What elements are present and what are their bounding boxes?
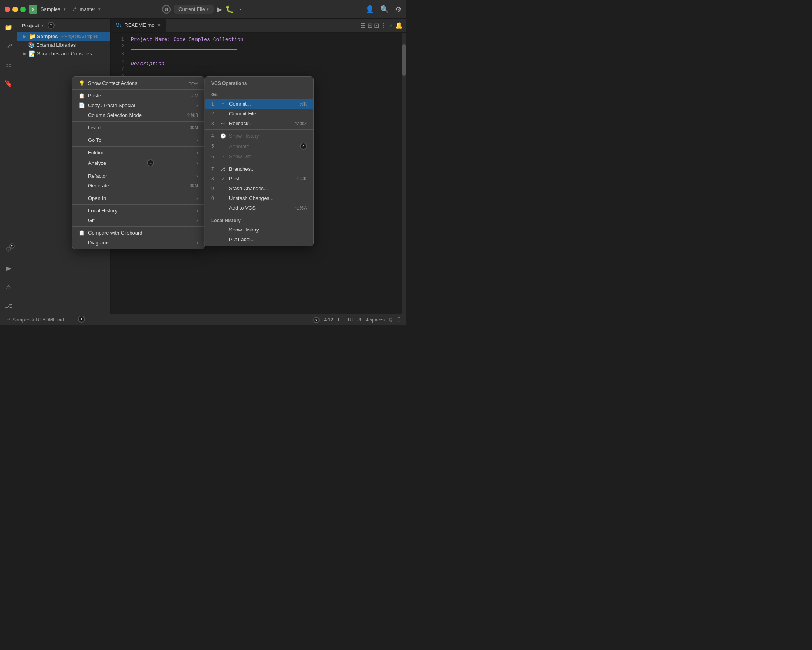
menu-item-column-selection[interactable]: Column Selection Mode ⇧⌘8 (72, 110, 204, 120)
menu-item-local-history[interactable]: Local History › (72, 206, 204, 215)
sidebar-item-git[interactable]: ⎇ (3, 41, 14, 51)
compare-icon: 📋 (79, 230, 85, 236)
editor-view-toggle[interactable]: ☰ (360, 22, 366, 29)
vcs-item-commit-file[interactable]: 2 ↑ Commit File... (205, 109, 313, 118)
vcs-item-show-local-history[interactable]: Show History... (205, 225, 313, 235)
editor-area: M↓ README.md ✕ ☰ ⊟ ⊡ ⋮ ✓ 🔔 1 2 3 4 (111, 19, 406, 314)
vcs-item-unstash[interactable]: 0 Unstash Changes... (205, 193, 313, 203)
tab-bar-actions: ☰ ⊟ ⊡ ⋮ ✓ 🔔 (360, 22, 406, 29)
sidebar-item-more[interactable]: ··· (3, 97, 14, 108)
sidebar-icons: 📁 ⎇ ⚏ 🔖 ··· ⚙ 7 ▶ ⚠ ⎇ (0, 19, 17, 314)
breadcrumb: Samples > README.md (12, 317, 64, 323)
code-line-4: Description (131, 60, 397, 68)
menu-item-folding[interactable]: Folding › (72, 148, 204, 157)
copy-path-icon[interactable]: ⎘ (389, 317, 392, 323)
bell-icon[interactable]: 🔔 (395, 22, 403, 29)
vcs-item-push[interactable]: 8 ↗ Push... ⇧⌘K (205, 174, 313, 184)
close-button[interactable] (5, 7, 10, 12)
menu-item-copy-paste-special[interactable]: 📄 Copy / Paste Special › (72, 101, 204, 110)
menu-item-compare-clipboard[interactable]: 📋 Compare with Clipboard (72, 228, 204, 238)
vcs-item-stash[interactable]: 9 Stash Changes... (205, 184, 313, 193)
maximize-button[interactable] (20, 7, 26, 12)
search-icon[interactable]: 🔍 (380, 5, 389, 14)
vcs-item-commit[interactable]: 1 ↑ Commit... ⌘K (205, 99, 313, 109)
menu-item-analyze[interactable]: Analyze 5 › (72, 157, 204, 168)
menu-item-insert[interactable]: Insert... ⌘N (72, 123, 204, 132)
more-icon[interactable]: ⋮ (237, 5, 244, 14)
history-icon: 🕐 (220, 133, 226, 139)
commit-icon: ↑ (220, 101, 226, 107)
rollback-icon: ↩ (220, 121, 226, 126)
menu-separator-7 (72, 204, 204, 205)
project-name[interactable]: Samples (41, 6, 60, 12)
menu-item-generate[interactable]: Generate... ⌘N (72, 181, 204, 191)
editor-options[interactable]: ⋮ (381, 22, 387, 29)
branch-name[interactable]: master (80, 6, 95, 12)
editor-more[interactable]: ⊡ (374, 22, 379, 29)
checkmark-icon: ✓ (388, 22, 394, 29)
menu-item-git[interactable]: Git › (72, 215, 204, 225)
sidebar-item-problems[interactable]: ⚠ (3, 281, 14, 292)
menu-separator-3 (72, 134, 204, 134)
line-ending[interactable]: LF (338, 317, 343, 323)
context-menu: 💡 Show Context Actions ⌥↩ 📋 Paste ⌘V 📄 C… (72, 76, 205, 249)
tab-close-button[interactable]: ✕ (157, 23, 161, 28)
titlebar-center: 8 Current File ▾ ▶ 🐛 ⋮ (162, 5, 244, 14)
commit-file-icon: ↑ (220, 111, 226, 117)
status-bar-right: 6 4:12 LF UTF-8 4 spaces ⎘ ⓘ (313, 316, 401, 323)
vcs-item-add-to-vcs[interactable]: Add to VCS ⌥⌘A (205, 203, 313, 213)
menu-item-refactor[interactable]: Refactor › (72, 171, 204, 181)
push-icon: ↗ (220, 176, 226, 182)
menu-item-paste[interactable]: 📋 Paste ⌘V (72, 91, 204, 101)
info-icon[interactable]: ⓘ (397, 316, 401, 323)
tab-bar: M↓ README.md ✕ ☰ ⊟ ⊡ ⋮ ✓ 🔔 (111, 19, 406, 33)
code-line-3 (131, 52, 397, 60)
sidebar-item-run[interactable]: ▶ (3, 263, 14, 274)
tree-item-libraries[interactable]: 📚 External Libraries (17, 41, 110, 49)
tree-item-samples[interactable]: ▶ 📁 Samples ~/Projects/Samples (17, 32, 110, 41)
run-icon[interactable]: ▶ (217, 5, 222, 14)
tree-item-scratches[interactable]: ▶ 📝 Scratches and Consoles (17, 49, 110, 58)
indent[interactable]: 4 spaces (366, 317, 385, 323)
menu-item-show-context-actions[interactable]: 💡 Show Context Actions ⌥↩ (72, 78, 204, 88)
vcs-menu-title: VCS Operations (205, 78, 313, 88)
run-controls[interactable]: Current File ▾ (174, 5, 214, 14)
traffic-lights[interactable] (5, 7, 26, 12)
debug-icon[interactable]: 🐛 (225, 5, 234, 14)
vcs-item-put-label[interactable]: Put Label... (205, 235, 313, 244)
encoding[interactable]: UTF-8 (348, 317, 361, 323)
menu-item-diagrams[interactable]: Diagrams › (72, 238, 204, 247)
vcs-item-annotate: 5 Annotate 4 (205, 141, 313, 152)
sidebar-item-project[interactable]: 📁 (3, 22, 14, 33)
editor-split[interactable]: ⊟ (367, 22, 372, 29)
paste-icon: 📋 (79, 93, 85, 99)
vcs-git-section: Git (205, 90, 313, 99)
vcs-item-show-history: 4 🕐 Show History (205, 131, 313, 141)
status-bar: ⎇ Samples > README.md 6 4:12 LF UTF-8 4 … (0, 314, 406, 325)
vcs-separator-2 (205, 162, 313, 163)
tab-readme[interactable]: M↓ README.md ✕ (111, 19, 166, 32)
code-line-2: =================================== (131, 44, 397, 52)
badge-4: 4 (300, 143, 307, 150)
cursor-position[interactable]: 4:12 (324, 317, 333, 323)
file-tree-header: Project ▾ 2 (17, 19, 110, 32)
settings-icon[interactable]: ⚙ (395, 5, 401, 14)
account-icon[interactable]: 👤 (365, 5, 374, 14)
badge-1: 1 (78, 316, 85, 323)
menu-item-open-in[interactable]: Open In › (72, 193, 204, 203)
scrollbar-thumb[interactable] (402, 44, 406, 76)
vertical-scrollbar[interactable] (402, 33, 406, 314)
vcs-item-rollback[interactable]: 3 ↩ Rollback... ⌥⌘Z (205, 118, 313, 128)
menu-separator-1 (72, 89, 204, 90)
minimize-button[interactable] (12, 7, 18, 12)
sidebar-item-vcs[interactable]: ⎇ (3, 300, 14, 311)
vcs-item-branches[interactable]: 7 ⎇ Branches... (205, 164, 313, 174)
sidebar-item-structure[interactable]: ⚏ (3, 59, 14, 70)
badge-5: 5 (147, 159, 154, 166)
sidebar-item-bookmarks[interactable]: 🔖 (3, 78, 14, 89)
file-tree-title: Project (22, 23, 39, 28)
menu-separator-4 (72, 146, 204, 147)
menu-separator-8 (72, 226, 204, 227)
badge-8: 8 (162, 5, 171, 14)
menu-item-goto[interactable]: Go To › (72, 135, 204, 145)
